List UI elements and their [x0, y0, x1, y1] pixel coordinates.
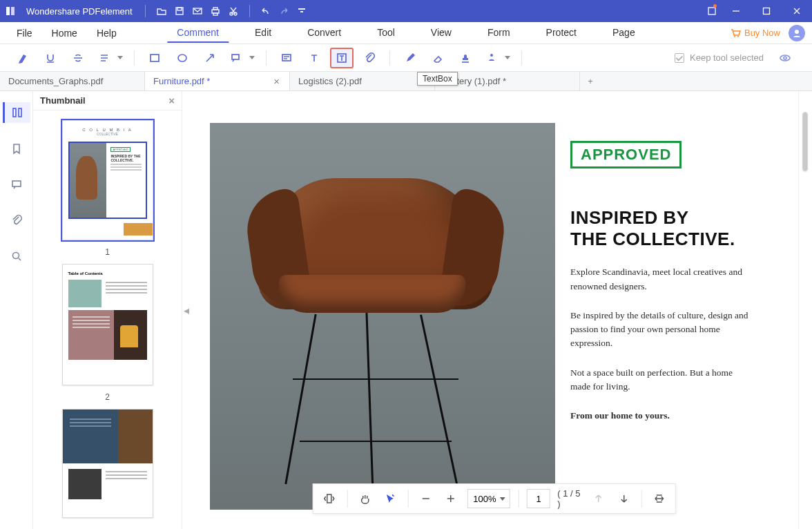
menu-file[interactable]: File: [7, 24, 42, 42]
menu-comment[interactable]: Comment: [167, 23, 229, 43]
textbox-tool[interactable]: [330, 48, 354, 68]
thumbnail-title: Thumbnail: [40, 95, 86, 106]
menu-tool[interactable]: Tool: [367, 23, 405, 43]
sticky-note-tool[interactable]: [275, 48, 298, 68]
svg-point-13: [737, 36, 739, 37]
app-name: Wondershare PDFelement: [21, 6, 138, 17]
doc-tab[interactable]: Furniture.pdf * ×: [145, 72, 290, 90]
cart-icon: [730, 28, 741, 39]
open-icon[interactable]: [153, 0, 171, 22]
close-panel-icon[interactable]: ×: [168, 95, 175, 106]
page-count: ( 1 / 5 ): [557, 488, 582, 509]
page-image: [210, 123, 555, 510]
svg-rect-24: [19, 108, 21, 117]
page-canvas[interactable]: APPROVED INSPIRED BY THE COLLECTIVE. Exp…: [191, 91, 798, 529]
approved-stamp[interactable]: APPROVED: [570, 141, 682, 169]
svg-rect-1: [11, 7, 14, 15]
thumbnail-page-2[interactable]: Table of Contents: [62, 264, 153, 385]
app-logo-icon: [0, 0, 21, 22]
underline-tool[interactable]: [39, 48, 62, 68]
hand-tool-button[interactable]: [356, 488, 374, 509]
svg-point-12: [734, 36, 735, 37]
undo-icon[interactable]: [257, 0, 275, 22]
page-heading: INSPIRED BY THE COLLECTIVE.: [570, 207, 748, 250]
checkbox-icon: [675, 53, 684, 63]
svg-rect-27: [327, 494, 331, 503]
quick-menu-icon[interactable]: [293, 0, 311, 22]
svg-point-14: [795, 30, 799, 34]
vertical-scrollbar[interactable]: [798, 91, 812, 529]
mail-icon[interactable]: [188, 0, 206, 22]
text-format-tool[interactable]: [94, 48, 126, 68]
strikethrough-tool[interactable]: [66, 48, 90, 68]
menu-help[interactable]: Help: [87, 24, 126, 42]
menu-view[interactable]: View: [421, 23, 461, 43]
pen-tool[interactable]: [398, 48, 422, 68]
svg-rect-10: [708, 8, 715, 15]
svg-rect-17: [232, 55, 239, 59]
menu-edit[interactable]: Edit: [245, 23, 281, 43]
rail-thumbnails[interactable]: [3, 102, 30, 123]
page-paragraph: Be inspired by the details of culture, d…: [570, 309, 748, 351]
eraser-tool[interactable]: [426, 48, 450, 68]
collapse-panel-handle[interactable]: ◂: [182, 304, 191, 317]
rail-search[interactable]: [3, 246, 30, 267]
select-tool-button[interactable]: [381, 488, 400, 509]
thumbnail-page-3[interactable]: [62, 409, 153, 518]
page-paragraph: Explore Scandinavia, meet local creative…: [570, 265, 748, 294]
window-minimize-button[interactable]: [721, 0, 751, 22]
buy-now-link[interactable]: Buy Now: [730, 28, 780, 39]
keep-tool-selected[interactable]: Keep tool selected: [675, 52, 764, 63]
svg-rect-11: [764, 8, 770, 15]
user-icon: [792, 28, 802, 38]
doc-tab[interactable]: Documents_Graphs.pdf: [0, 72, 145, 90]
stamp-tool[interactable]: [454, 48, 477, 68]
doc-tab[interactable]: Logistics (2).pdf: [290, 72, 435, 90]
left-rail: [0, 91, 33, 529]
attachment-tool[interactable]: [358, 48, 381, 68]
print-icon[interactable]: [206, 0, 224, 22]
window-close-button[interactable]: [782, 0, 812, 22]
toggle-visibility-tool[interactable]: [773, 48, 797, 68]
svg-rect-18: [282, 55, 291, 61]
user-avatar[interactable]: [789, 25, 805, 41]
previous-page-button[interactable]: [590, 488, 608, 509]
notification-icon[interactable]: [703, 0, 721, 22]
oval-tool[interactable]: [171, 48, 194, 68]
doc-tab-label: Furniture.pdf *: [153, 76, 210, 86]
svg-point-16: [178, 55, 186, 61]
scroll-mode-button[interactable]: [320, 488, 339, 509]
document-page: APPROVED INSPIRED BY THE COLLECTIVE. Exp…: [210, 123, 762, 510]
redo-icon[interactable]: [275, 0, 293, 22]
menu-form[interactable]: Form: [478, 23, 520, 43]
rectangle-tool[interactable]: [143, 48, 166, 68]
svg-point-20: [490, 54, 493, 57]
cut-icon[interactable]: [224, 0, 242, 22]
menu-page[interactable]: Page: [603, 23, 645, 43]
comment-toolbar: Keep tool selected TextBox: [0, 44, 812, 72]
zoom-select[interactable]: 100%: [467, 489, 510, 508]
zoom-in-button[interactable]: [442, 488, 461, 509]
window-maximize-button[interactable]: [751, 0, 782, 22]
close-tab-icon[interactable]: ×: [272, 75, 281, 87]
zoom-out-button[interactable]: [416, 488, 435, 509]
fit-width-button[interactable]: [650, 488, 669, 509]
rail-attachments[interactable]: [3, 210, 30, 231]
arrow-tool[interactable]: [198, 48, 222, 68]
rail-bookmarks[interactable]: [3, 138, 30, 159]
buy-now-label: Buy Now: [744, 28, 780, 38]
menu-protect[interactable]: Protect: [536, 23, 586, 43]
typewriter-tool[interactable]: [302, 48, 326, 68]
signature-tool[interactable]: [481, 48, 513, 68]
shape-callout-tool[interactable]: [226, 48, 258, 68]
thumbnail-page-1[interactable]: C O L U M B I A COLLECTIVE APPROVED INSP…: [62, 120, 153, 240]
menu-home[interactable]: Home: [42, 24, 87, 42]
svg-rect-6: [213, 8, 218, 10]
add-tab-button[interactable]: +: [580, 72, 601, 90]
highlight-tool[interactable]: [11, 48, 35, 68]
next-page-button[interactable]: [615, 488, 633, 509]
menu-convert[interactable]: Convert: [298, 23, 351, 43]
rail-comments[interactable]: [3, 174, 30, 195]
page-number-input[interactable]: [527, 489, 550, 508]
save-icon[interactable]: [171, 0, 188, 22]
